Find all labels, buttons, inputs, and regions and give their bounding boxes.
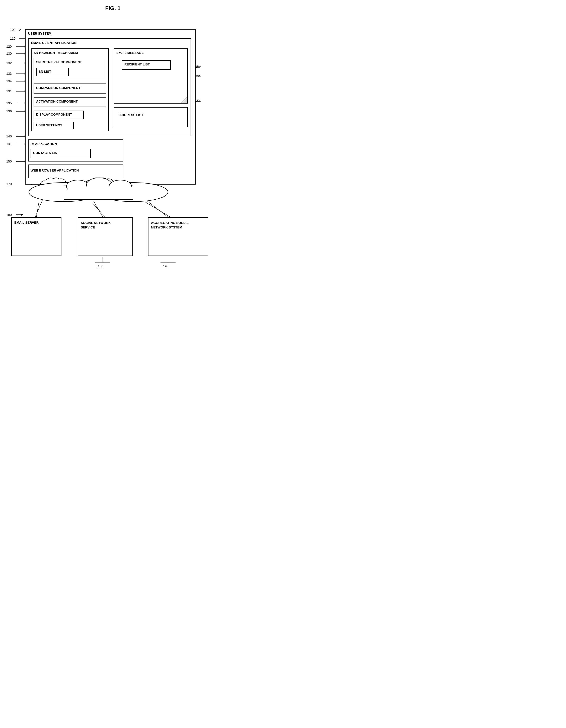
address-list-label: ADDRESS LIST [119, 113, 143, 117]
social-network-box: SOCIAL NETWORK SERVICE [78, 217, 133, 256]
ref-140: 140 [6, 134, 12, 138]
address-list-box: ADDRESS LIST [114, 107, 188, 127]
ref-100: 100 [10, 28, 16, 32]
email-client-label: EMAIL CLIENT APPLICATION [31, 41, 76, 45]
sn-retrieval-box: SN RETRIEVAL COMPONENT SN LIST [34, 58, 106, 80]
sn-list-label: SN LIST [39, 70, 51, 73]
ref-131: 131 [6, 89, 12, 93]
ref-150: 150 [6, 159, 12, 163]
ref-132: 132 [6, 61, 12, 65]
user-settings-box: USER SETTINGS [34, 122, 74, 129]
svg-rect-54 [68, 187, 133, 199]
web-browser-label: WEB BROWSER APPLICATION [31, 169, 79, 172]
email-client-box: EMAIL CLIENT APPLICATION SN HIGHLIGHT ME… [28, 38, 191, 136]
ref-120: 120 [6, 45, 12, 48]
comparison-label: COMPARISON COMPONENT [36, 86, 80, 90]
ref-134: 134 [6, 79, 12, 83]
diagram: 100 ↗ 110 120 130 132 133 134 131 135 13… [5, 17, 221, 287]
figure-title: FIG. 1 [5, 5, 221, 12]
activation-box: ACTIVATION COMPONENT [34, 97, 106, 107]
contacts-list-label: CONTACTS LIST [33, 151, 59, 155]
svg-line-55 [36, 202, 39, 217]
email-message-box: EMAIL MESSAGE RECIPIENT LIST [114, 48, 188, 104]
ref-190: 190 [163, 264, 169, 268]
svg-line-57 [145, 202, 171, 217]
user-settings-label: USER SETTINGS [36, 123, 62, 127]
ref-135: 135 [6, 101, 12, 105]
ref-170: 170 [6, 182, 12, 186]
user-system-box: USER SYSTEM EMAIL CLIENT APPLICATION SN … [25, 29, 196, 185]
display-box: DISPLAY COMPONENT [34, 111, 84, 119]
activation-label: ACTIVATION COMPONENT [36, 100, 78, 103]
ref-160: 160 [98, 264, 103, 268]
email-server-box: EMAIL SERVER [11, 217, 61, 256]
display-label: DISPLAY COMPONENT [36, 113, 72, 116]
comparison-box: COMPARISON COMPONENT [34, 84, 106, 94]
im-application-box: IM APPLICATION CONTACTS LIST [28, 139, 123, 161]
ref-130: 130 [6, 52, 12, 55]
network-cloud-main [23, 176, 188, 203]
sn-list-box: SN LIST [36, 68, 69, 76]
recipient-list-box: RECIPIENT LIST [122, 60, 171, 70]
email-message-label: EMAIL MESSAGE [116, 51, 144, 55]
ref-141: 141 [6, 142, 12, 146]
sn-highlight-label: SN HIGHLIGHT MECHANISM [34, 51, 78, 55]
im-application-label: IM APPLICATION [31, 142, 57, 146]
sn-retrieval-label: SN RETRIEVAL COMPONENT [36, 60, 82, 64]
contacts-list-box: CONTACTS LIST [31, 149, 91, 158]
ref-133: 133 [6, 72, 12, 75]
connector-lines [5, 202, 221, 222]
ref-110: 110 [10, 37, 16, 40]
aggregating-box: AGGREGATING SOCIAL NETWORK SYSTEM [148, 217, 208, 256]
recipient-list-label: RECIPIENT LIST [124, 62, 150, 66]
svg-line-56 [93, 203, 105, 217]
ref-136: 136 [6, 109, 12, 113]
user-system-label: USER SYSTEM [28, 32, 51, 35]
sn-highlight-box: SN HIGHLIGHT MECHANISM SN RETRIEVAL COMP… [31, 48, 109, 131]
